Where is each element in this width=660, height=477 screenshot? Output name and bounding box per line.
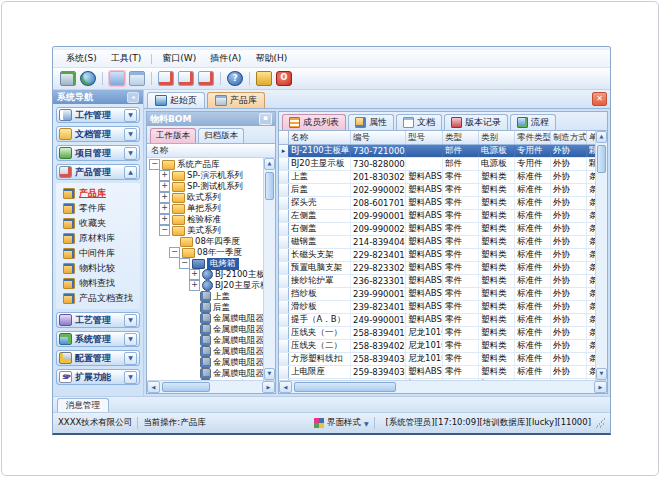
tree-node[interactable]: 金属膜电阻器 [147, 357, 263, 368]
menu-item-2[interactable]: 工具(T) [104, 51, 149, 66]
tree-node[interactable]: +单把系列 [147, 203, 263, 214]
version-tab-2[interactable]: 归档版本 [198, 128, 244, 143]
table-row[interactable]: 压线夹（二）258-839402-00X尼龙1010零件塑料类标准件外协条 [279, 340, 595, 353]
chevron-down-icon[interactable]: ▼ [124, 371, 137, 384]
doc-tools-icon[interactable] [198, 71, 214, 86]
menu-item-1[interactable]: 系统(S) [59, 51, 104, 66]
tree-node[interactable]: 金属膜电阻器 [147, 368, 263, 379]
chevron-down-icon[interactable]: ▼ [124, 109, 137, 122]
table-row[interactable]: 上电限座259-839403-00X塑料ABS零件塑料类标准件外协条 [279, 366, 595, 379]
lock-icon[interactable] [256, 71, 272, 86]
tree-node[interactable]: 08年四季度 [147, 236, 263, 247]
close-document-icon[interactable]: ✕ [592, 92, 607, 106]
column-header[interactable]: 单位 [587, 131, 595, 144]
tree-hscroll-track[interactable] [160, 381, 262, 393]
tree-node[interactable]: −系统产品库 [147, 159, 263, 170]
doc-close-icon[interactable] [158, 71, 174, 86]
power-icon[interactable] [276, 71, 292, 86]
sidebar-item[interactable]: 物料查找 [63, 276, 140, 291]
tree-node[interactable]: +SP-测试机系列 [147, 181, 263, 192]
chevron-down-icon[interactable]: ▼ [124, 333, 137, 346]
table-row[interactable]: 后盖202-990002-01X塑料ABS零件塑料类标准件外协条 [279, 184, 595, 197]
sidebar-group-7[interactable]: 配置管理▼ [56, 350, 140, 366]
globe-icon[interactable] [80, 71, 96, 86]
window-grid-icon[interactable] [129, 71, 145, 86]
tree-node[interactable]: +SP-演示机系列 [147, 170, 263, 181]
sidebar-group-3[interactable]: 项目管理▼ [56, 145, 140, 161]
tree-node[interactable]: +BJ20主显示板 [147, 280, 263, 291]
menu-item-4[interactable]: 插件(A) [203, 51, 248, 66]
chevron-down-icon[interactable]: ▼ [124, 352, 137, 365]
sidebar-item[interactable]: 产品库 [63, 186, 140, 201]
tree-vertical-scrollbar[interactable]: ▲ ▼ [263, 158, 275, 380]
table-row[interactable]: 预置电脑支架229-823302-00X塑料ABS零件塑料类标准件外协条 [279, 262, 595, 275]
expand-icon[interactable]: + [159, 170, 170, 181]
table-row[interactable]: 左侧盖209-990001-01X塑料ABS零件塑料类标准件外协条 [279, 210, 595, 223]
detail-tab-2[interactable]: 属性 [348, 114, 394, 130]
detail-tab-1[interactable]: 成员列表 [282, 114, 346, 130]
sidebar-item[interactable]: 物料比较 [63, 261, 140, 276]
sidebar-collapse-icon[interactable]: ◂ [127, 92, 139, 103]
table-row[interactable]: 提手（A．B）249-990001-01X塑料ABS零件塑料类标准件外协条 [279, 314, 595, 327]
table-row[interactable]: 上盖201-830302-00X塑料ABS零件塑料类标准件外协条 [279, 171, 595, 184]
tree-node[interactable]: −08年一季度 [147, 247, 263, 258]
scroll-right-icon[interactable]: ▶ [262, 381, 275, 393]
chevron-down-icon[interactable]: ▼ [124, 314, 137, 327]
tree-vscroll-thumb[interactable] [265, 172, 274, 200]
chevron-down-icon[interactable]: ▼ [124, 128, 137, 141]
expand-icon[interactable]: + [189, 280, 200, 291]
column-header[interactable]: 名称 [289, 131, 351, 144]
table-row[interactable]: 右侧盖209-990002-01X塑料ABS零件塑料类标准件外协条 [279, 223, 595, 236]
sidebar-group-5[interactable]: 工艺管理▼ [56, 312, 140, 328]
scroll-up-icon[interactable]: ▲ [264, 158, 275, 170]
table-vscroll-thumb[interactable] [597, 145, 606, 173]
detail-tab-3[interactable]: 文档 [396, 114, 442, 130]
collapse-icon[interactable]: − [179, 258, 190, 269]
tree-node[interactable]: 金属膜电阻器 [147, 335, 263, 346]
chevron-up-icon[interactable]: ▲ [124, 166, 137, 179]
table-row[interactable]: 方形塑料线扣258-839403-00X尼龙1010零件塑料类标准件外协条 [279, 353, 595, 366]
table-row[interactable]: ▸BJ-2100主板单点730-721000-12X部件电源板专用件外协颗 [279, 145, 595, 158]
expand-icon[interactable]: + [159, 192, 170, 203]
help-icon[interactable] [227, 71, 243, 86]
sidebar-group-1[interactable]: 工作管理▼ [56, 107, 140, 123]
scroll-down-icon[interactable]: ▼ [596, 368, 607, 380]
menu-item-5[interactable]: 帮助(H) [248, 51, 294, 66]
message-tab[interactable]: 消息管理 [57, 398, 109, 412]
column-header[interactable]: 型号 [406, 131, 443, 144]
sidebar-item[interactable]: 零件库 [63, 201, 140, 216]
table-row[interactable]: 探头壳208-601701-01X塑料ABS零件塑料类标准件外协条 [279, 197, 595, 210]
table-row[interactable]: 滑纱板239-823401-00X塑料ABS零件塑料类标准件外协条 [279, 301, 595, 314]
expand-icon[interactable]: + [189, 269, 200, 280]
scroll-left-icon[interactable]: ◀ [279, 381, 292, 393]
table-row[interactable]: 磁钢盖214-839404-01X塑料ABS零件塑料类标准件外协条 [279, 236, 595, 249]
tree-node[interactable]: +检验标准 [147, 214, 263, 225]
collapse-icon[interactable]: − [159, 225, 170, 236]
table-row[interactable]: 挡纱板239-990001-01X塑料ABS零件塑料类标准件外协条 [279, 288, 595, 301]
tree-node[interactable]: 金属膜电阻器 [147, 346, 263, 357]
tree-node[interactable]: 金属膜电阻器 [147, 324, 263, 335]
sidebar-group-8[interactable]: 扩展功能▼ [56, 369, 140, 385]
tree-node[interactable]: 后盖 [147, 302, 263, 313]
table-row[interactable]: 长磁头支架229-823401-00X塑料ABS零件塑料类标准件外协条 [279, 249, 595, 262]
table-row[interactable]: BJ20主显示板730-828000-04X部件电源板专用件外协颗 [279, 158, 595, 171]
tree-node[interactable]: +欧式系列 [147, 192, 263, 203]
sidebar-item[interactable]: 中间件库 [63, 246, 140, 261]
menu-item-3[interactable]: 窗口(W) [155, 51, 203, 66]
chevron-down-icon[interactable]: ▼ [124, 147, 137, 160]
tree-node[interactable]: +BJ-2100主板单点 [147, 269, 263, 280]
column-header[interactable]: 编号 [351, 131, 406, 144]
tree-hscroll-thumb[interactable] [162, 382, 210, 392]
tree-vscroll-track[interactable] [264, 170, 275, 368]
sidebar-group-4[interactable]: 产品管理▲ [56, 164, 140, 180]
column-header[interactable]: 零件类型 [515, 131, 551, 144]
collapse-icon[interactable]: − [149, 159, 160, 170]
table-row[interactable]: 接纱轮护罩236-823301-00X塑料ABS零件塑料类标准件外协条 [279, 275, 595, 288]
table-row[interactable]: 压线夹（一）258-839401-00X尼龙1010零件塑料类标准件外协条 [279, 327, 595, 340]
interface-style-dropdown[interactable]: 界面样式 ▼ [314, 417, 369, 429]
column-header[interactable]: 类别 [479, 131, 515, 144]
sidebar-group-6[interactable]: 系统管理▼ [56, 331, 140, 347]
detail-tab-5[interactable]: 流程 [510, 114, 556, 130]
table-hscroll-track[interactable] [292, 381, 594, 393]
table-horizontal-scrollbar[interactable]: ◀ ▶ [279, 380, 607, 393]
